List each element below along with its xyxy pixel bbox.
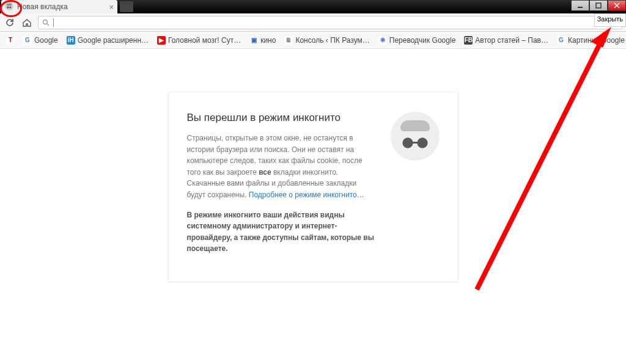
bookmark-item[interactable]: GКартинки Google xyxy=(554,35,626,46)
svg-point-4 xyxy=(7,6,9,9)
bookmark-label: Google xyxy=(34,36,58,45)
incognito-paragraph-2: В режиме инкогнито ваши действия видны с… xyxy=(187,209,377,255)
window-controls xyxy=(571,0,626,11)
bookmark-favicon: 🗎 xyxy=(284,36,293,45)
svg-point-5 xyxy=(9,6,12,9)
incognito-title: Вы перешли в режим инкогнито xyxy=(187,112,377,124)
svg-point-2 xyxy=(5,2,13,10)
bookmark-favicon: ▶ xyxy=(157,36,166,45)
bookmark-label: Головной мозг! Сут… xyxy=(168,36,241,45)
maximize-button[interactable] xyxy=(589,0,608,11)
incognito-card: Вы перешли в режим инкогнито Страницы, о… xyxy=(168,92,458,282)
search-icon xyxy=(42,19,50,26)
bookmark-item[interactable]: GGoogle xyxy=(21,35,61,46)
bookmark-label: Переводчик Google xyxy=(389,36,456,45)
bookmark-item[interactable]: ✱Переводчик Google xyxy=(376,35,458,46)
close-tooltip: Закрыть xyxy=(594,13,626,27)
svg-point-10 xyxy=(43,20,48,24)
address-bar[interactable] xyxy=(38,16,622,29)
incognito-icon xyxy=(391,112,440,161)
minimize-button[interactable] xyxy=(571,0,589,11)
bookmark-item[interactable]: ▶Головной мозг! Сут… xyxy=(155,35,243,46)
incognito-text: Вы перешли в режим инкогнито Страницы, о… xyxy=(187,112,377,263)
bookmark-item[interactable]: 🗎Консоль ‹ ПК Разум… xyxy=(282,35,372,46)
incognito-tab-icon xyxy=(5,2,13,12)
bookmark-favicon: FB xyxy=(464,36,473,45)
page-content: Вы перешли в режим инкогнито Страницы, о… xyxy=(0,49,626,282)
bookmarks-bar: TGGoogleiHGoogle расширенн…▶Головной моз… xyxy=(0,32,626,49)
bookmark-item[interactable]: FBАвтор статей – Пав… xyxy=(462,35,551,46)
bookmark-label: Google расширенн… xyxy=(78,36,149,45)
bookmark-label: Автор статей – Пав… xyxy=(475,36,548,45)
bookmark-favicon: ✱ xyxy=(378,36,387,45)
toolbar: Закрыть xyxy=(0,13,626,32)
svg-line-11 xyxy=(47,24,49,26)
incognito-paragraph-1: Страницы, открытые в этом окне, не остан… xyxy=(187,133,377,201)
reload-button[interactable] xyxy=(4,16,16,29)
bookmark-item[interactable]: iHGoogle расширенн… xyxy=(64,35,151,46)
bookmark-item[interactable]: T xyxy=(4,35,17,46)
bookmark-favicon: ▣ xyxy=(249,36,258,45)
bookmark-label: Консоль ‹ ПК Разум… xyxy=(295,36,369,45)
svg-rect-3 xyxy=(7,4,12,5)
new-tab-button[interactable] xyxy=(120,1,133,12)
bookmark-favicon: iH xyxy=(67,36,75,45)
tab-close-icon[interactable]: × xyxy=(109,2,114,12)
window-close-button[interactable] xyxy=(608,0,626,11)
home-button[interactable] xyxy=(21,16,33,29)
bookmark-favicon: G xyxy=(557,36,565,45)
svg-rect-7 xyxy=(596,3,601,8)
bookmark-item[interactable]: ▣кино xyxy=(247,35,278,46)
window-titlebar: Новая вкладка × xyxy=(0,0,626,13)
browser-tab[interactable]: Новая вкладка × xyxy=(1,0,117,13)
bookmark-favicon: G xyxy=(23,36,32,45)
bookmark-label: Картинки Google xyxy=(568,36,625,45)
incognito-learn-more-link[interactable]: Подробнее о режиме инкогнито… xyxy=(249,191,364,199)
bookmark-favicon: T xyxy=(6,36,15,45)
tab-title: Новая вкладка xyxy=(17,2,68,11)
bookmark-label: кино xyxy=(260,36,276,45)
